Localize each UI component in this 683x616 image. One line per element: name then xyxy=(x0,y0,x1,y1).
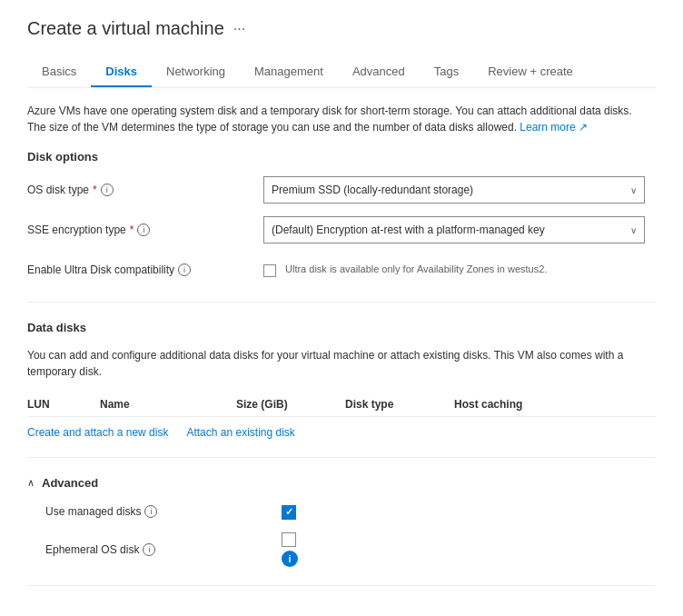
os-disk-chevron-icon: ∨ xyxy=(630,185,637,195)
sse-encryption-label: SSE encryption type xyxy=(27,224,126,236)
os-disk-type-label: OS disk type xyxy=(27,184,89,196)
description-text2: The size of the VM determines the type o… xyxy=(27,121,517,134)
os-disk-type-row: OS disk type * i Premium SSD (locally-re… xyxy=(27,176,656,204)
data-disks-title: Data disks xyxy=(27,321,656,334)
ephemeral-os-disk-info-icon[interactable]: i xyxy=(143,543,155,556)
use-managed-disks-checkbox[interactable]: ✓ xyxy=(282,505,296,520)
os-disk-required-marker: * xyxy=(93,184,97,196)
use-managed-disks-info-icon[interactable]: i xyxy=(144,505,157,518)
advanced-collapse-icon: ∧ xyxy=(27,477,35,489)
col-header-disktype: Disk type xyxy=(345,392,454,417)
tab-tags[interactable]: Tags xyxy=(420,57,473,87)
tab-networking[interactable]: Networking xyxy=(152,57,240,87)
sse-encryption-row: SSE encryption type * i (Default) Encryp… xyxy=(27,216,656,243)
sse-encryption-value: (Default) Encryption at-rest with a plat… xyxy=(272,224,545,236)
sse-info-icon[interactable]: i xyxy=(137,224,150,236)
disk-links: Create and attach a new disk Attach an e… xyxy=(27,426,656,439)
divider-1 xyxy=(27,302,656,303)
ultra-disk-info-icon[interactable]: i xyxy=(178,263,191,276)
sse-encryption-select[interactable]: (Default) Encryption at-rest with a plat… xyxy=(263,216,645,243)
col-header-hostcaching: Host caching xyxy=(454,392,656,417)
col-header-size: Size (GiB) xyxy=(236,392,345,417)
tab-bar: Basics Disks Networking Management Advan… xyxy=(27,57,656,88)
os-disk-type-value: Premium SSD (locally-redundant storage) xyxy=(272,184,473,196)
use-managed-disks-row: Use managed disks i ✓ xyxy=(27,504,656,520)
os-disk-type-select[interactable]: Premium SSD (locally-redundant storage) … xyxy=(263,176,645,204)
divider-2 xyxy=(27,457,656,458)
create-attach-new-disk-link[interactable]: Create and attach a new disk xyxy=(27,426,168,439)
use-managed-disks-label: Use managed disks xyxy=(45,505,141,518)
disk-options-title: Disk options xyxy=(27,150,656,164)
tab-management[interactable]: Management xyxy=(240,57,338,87)
ephemeral-os-disk-row: Ephemeral OS disk i i xyxy=(27,532,656,567)
sse-chevron-icon: ∨ xyxy=(630,225,637,235)
os-disk-info-icon[interactable]: i xyxy=(101,184,114,196)
tab-review-create[interactable]: Review + create xyxy=(473,57,588,87)
data-disks-description: You can add and configure additional dat… xyxy=(27,347,656,380)
col-header-lun: LUN xyxy=(27,392,100,417)
external-link-icon: ↗ xyxy=(579,121,588,134)
disk-table: LUN Name Size (GiB) Disk type Host cachi… xyxy=(27,392,656,417)
ultra-disk-hint: Ultra disk is available only for Availab… xyxy=(285,263,547,276)
ultra-disk-checkbox[interactable] xyxy=(263,264,276,277)
advanced-section-title: Advanced xyxy=(42,476,98,490)
advanced-section-header[interactable]: ∧ Advanced xyxy=(27,476,656,490)
checkmark-icon: ✓ xyxy=(285,506,293,518)
tab-basics[interactable]: Basics xyxy=(27,57,91,87)
sse-required-marker: * xyxy=(130,224,134,236)
description-text1: Azure VMs have one operating system disk… xyxy=(27,104,632,117)
data-disks-section: Data disks You can add and configure add… xyxy=(27,321,656,439)
page-options-icon[interactable]: ··· xyxy=(233,21,245,37)
advanced-section: ∧ Advanced Use managed disks i ✓ Ephemer… xyxy=(27,476,656,567)
ultra-disk-label: Enable Ultra Disk compatibility xyxy=(27,263,174,276)
divider-3 xyxy=(27,585,656,586)
ephemeral-info-badge[interactable]: i xyxy=(282,551,298,567)
learn-more-link[interactable]: Learn more ↗ xyxy=(520,121,588,134)
tab-disks[interactable]: Disks xyxy=(91,57,152,87)
tab-advanced[interactable]: Advanced xyxy=(338,57,420,87)
attach-existing-disk-link[interactable]: Attach an existing disk xyxy=(186,426,294,439)
col-header-name: Name xyxy=(100,392,236,417)
ephemeral-os-disk-label: Ephemeral OS disk xyxy=(45,543,139,556)
ultra-disk-row: Enable Ultra Disk compatibility i Ultra … xyxy=(27,256,656,283)
ephemeral-os-disk-checkbox[interactable] xyxy=(282,532,296,547)
page-title: Create a virtual machine xyxy=(27,18,224,39)
page-description: Azure VMs have one operating system disk… xyxy=(27,103,656,135)
